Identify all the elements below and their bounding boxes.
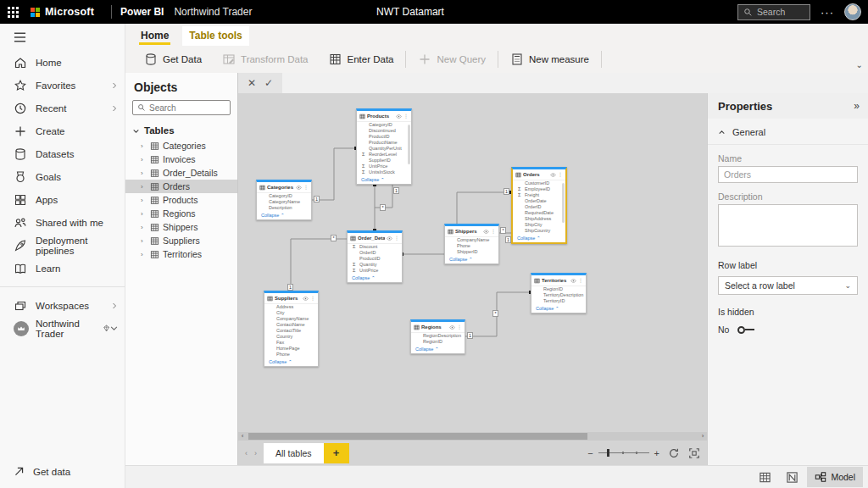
entity-header[interactable]: Products⋮ <box>357 111 411 122</box>
kebab-menu-icon[interactable]: ⋮ <box>491 229 496 234</box>
entity-header[interactable]: Territories⋮ <box>531 275 586 286</box>
collapse-ribbon-icon[interactable]: ⌄ <box>856 60 863 69</box>
cancel-formula-icon[interactable]: ✕ <box>248 77 256 89</box>
tab-nav-prev-icon[interactable]: ‹ <box>242 449 251 458</box>
entity-products[interactable]: Products⋮CategoryIDDiscontinuedProductID… <box>356 108 412 185</box>
entity-field[interactable]: CategoryName <box>257 199 311 205</box>
entity-field[interactable]: ΣDiscount <box>348 244 402 250</box>
entity-field[interactable]: ContactTitle <box>264 328 318 334</box>
entity-header[interactable]: Categories⋮ <box>257 182 311 193</box>
entity-field[interactable]: ShipAddress <box>513 216 565 222</box>
entity-field[interactable]: ProductName <box>357 140 411 146</box>
entity-field[interactable]: OrderID <box>513 204 565 210</box>
entity-field[interactable]: ΣEmployeeID <box>513 186 565 192</box>
entity-order_details[interactable]: Order_Details⋮ΣDiscountOrderIDProductIDΣ… <box>347 230 403 283</box>
entity-field[interactable]: TerritoryID <box>531 298 586 304</box>
entity-field[interactable]: ΣQuantity <box>348 262 402 268</box>
entity-field[interactable]: HomePage <box>264 346 318 352</box>
enter-data-button[interactable]: Enter Data <box>319 48 404 70</box>
entity-header[interactable]: Suppliers⋮ <box>264 293 318 304</box>
entity-field[interactable]: City <box>264 310 318 316</box>
user-avatar[interactable] <box>844 3 861 20</box>
entity-field[interactable]: Phone <box>264 352 318 358</box>
entity-field[interactable]: SupplierID <box>357 158 411 164</box>
kebab-menu-icon[interactable]: ⋮ <box>303 185 309 190</box>
entity-field[interactable]: QuantityPerUnit <box>357 146 411 152</box>
zoom-slider[interactable]: − + <box>587 448 659 458</box>
sidebar-item-favorites[interactable]: Favorites <box>0 74 125 97</box>
entity-categories[interactable]: Categories⋮CategoryIDCategoryNameDescrip… <box>256 180 312 220</box>
fit-to-screen-icon[interactable] <box>688 447 700 459</box>
entity-header[interactable]: Orders⋮ <box>513 169 565 180</box>
sidebar-item-apps[interactable]: Apps <box>0 188 125 211</box>
formula-input[interactable] <box>282 73 868 93</box>
entity-field[interactable]: Fax <box>264 340 318 346</box>
objects-table-order_details[interactable]: ›Order_Details <box>125 166 237 180</box>
entity-field[interactable]: ΣReorderLevel <box>357 152 411 158</box>
name-input[interactable]: Orders <box>718 166 858 183</box>
entity-field[interactable]: Phone <box>445 243 498 249</box>
objects-table-regions[interactable]: ›Regions <box>125 207 237 220</box>
entity-field[interactable]: ProductID <box>348 256 402 262</box>
objects-table-invoices[interactable]: ›Invoices <box>125 152 237 166</box>
sidebar-item-northwind-trader[interactable]: Northwind Trader <box>0 317 125 340</box>
is-hidden-toggle[interactable] <box>737 326 754 334</box>
new-measure-button[interactable]: New measure <box>500 48 599 70</box>
objects-table-categories[interactable]: ›Categories <box>125 139 237 152</box>
kebab-menu-icon[interactable]: ⋮ <box>578 278 583 283</box>
entity-header[interactable]: Order_Details⋮ <box>348 233 402 244</box>
entity-field[interactable]: RegionDescription <box>411 333 465 339</box>
entity-shippers[interactable]: Shippers⋮CompanyNamePhoneShipperIDCollap… <box>444 224 499 264</box>
tab-all-tables[interactable]: All tables <box>264 443 324 463</box>
entity-field[interactable]: ShipCountry <box>513 228 565 234</box>
entity-field[interactable]: OrderDate <box>513 198 565 204</box>
kebab-menu-icon[interactable]: ⋮ <box>403 114 409 119</box>
objects-table-territories[interactable]: ›Territories <box>125 247 237 261</box>
entity-scrollbar[interactable] <box>562 183 565 223</box>
entity-field[interactable]: ΣFreight <box>513 192 565 198</box>
more-options-icon[interactable]: ··· <box>821 6 834 19</box>
sidebar-item-workspaces[interactable]: Workspaces <box>0 294 125 317</box>
sidebar-item-deployment-pipelines[interactable]: Deployment pipelines <box>0 234 125 257</box>
scroll-left-icon[interactable]: ‹ <box>238 432 247 441</box>
kebab-menu-icon[interactable]: ⋮ <box>558 172 563 177</box>
entity-field[interactable]: ΣUnitsInStock <box>357 169 411 175</box>
zoom-out-icon[interactable]: − <box>587 448 593 458</box>
zoom-in-icon[interactable]: + <box>654 448 659 458</box>
objects-table-products[interactable]: ›Products <box>125 193 237 207</box>
sidebar-item-recent[interactable]: Recent <box>0 97 125 119</box>
global-search-input[interactable]: Search <box>737 4 810 20</box>
collapse-link[interactable]: Collapse ⌃ <box>445 255 498 263</box>
sidebar-item-home[interactable]: Home <box>0 51 125 74</box>
hamburger-icon[interactable] <box>0 24 125 46</box>
collapse-link[interactable]: Collapse ⌃ <box>531 304 586 313</box>
entity-field[interactable]: ShipperID <box>445 249 498 255</box>
description-input[interactable] <box>718 204 858 247</box>
entity-suppliers[interactable]: Suppliers⋮AddressCityCompanyNameContactN… <box>264 291 319 367</box>
sidebar-item-goals[interactable]: Goals <box>0 165 125 188</box>
data-view-icon[interactable] <box>753 468 776 486</box>
entity-field[interactable]: RegionID <box>531 286 586 292</box>
row-label-dropdown[interactable]: Select a row label ⌄ <box>718 276 858 295</box>
objects-table-suppliers[interactable]: ›Suppliers <box>125 234 237 247</box>
entity-field[interactable]: RegionID <box>411 339 465 345</box>
entity-regions[interactable]: Regions⋮RegionDescriptionRegionIDCollaps… <box>410 319 465 354</box>
scroll-right-icon[interactable]: › <box>698 432 707 441</box>
collapse-link[interactable]: Collapse ⌃ <box>257 211 311 219</box>
collapse-panel-icon[interactable]: » <box>854 100 860 112</box>
entity-orders[interactable]: Orders⋮CustomerIDΣEmployeeIDΣFreightOrde… <box>511 167 567 244</box>
sidebar-item-datasets[interactable]: Datasets <box>0 142 125 165</box>
get-data-link[interactable]: Get data <box>14 466 70 477</box>
sidebar-item-create[interactable]: Create <box>0 119 125 142</box>
add-tab-button[interactable]: + <box>324 443 349 463</box>
entity-field[interactable]: OrderID <box>348 250 402 256</box>
refresh-icon[interactable] <box>668 447 680 459</box>
canvas-horizontal-scrollbar[interactable]: ‹ › <box>238 432 707 441</box>
design-view-icon[interactable] <box>780 468 804 486</box>
entity-field[interactable]: CustomerID <box>513 180 565 186</box>
entity-field[interactable]: TerritoryDescription <box>531 292 586 298</box>
entity-field[interactable]: ΣUnitPrice <box>348 268 402 274</box>
entity-field[interactable]: CategoryID <box>357 122 411 128</box>
entity-field[interactable]: Discontinued <box>357 128 411 134</box>
entity-field[interactable]: ProductID <box>357 134 411 140</box>
